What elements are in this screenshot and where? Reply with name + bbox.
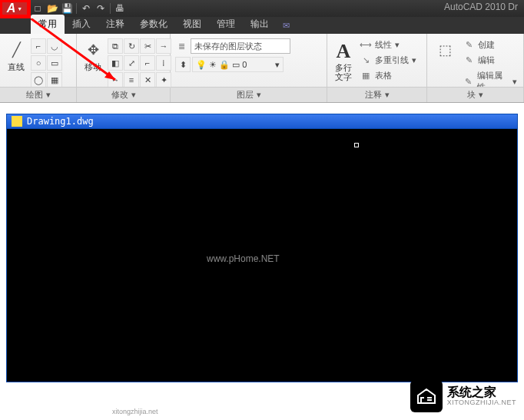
tab-home[interactable]: 常用 bbox=[31, 15, 65, 34]
line-icon: ╱ bbox=[6, 40, 26, 60]
drawing-window: Drawing1.dwg www.pHome.NET bbox=[6, 114, 518, 359]
attr-icon: ✎ bbox=[463, 76, 474, 87]
move-tool[interactable]: ✥ 移动 bbox=[81, 38, 104, 74]
text-icon: A bbox=[337, 40, 351, 63]
tab-insert[interactable]: 插入 bbox=[65, 15, 98, 34]
create-icon: ✎ bbox=[463, 40, 475, 51]
panel-block-title[interactable]: 块▾ bbox=[427, 87, 523, 102]
arc-tool[interactable]: ◡ bbox=[47, 38, 62, 54]
copy-tool[interactable]: ⧉ bbox=[108, 38, 123, 54]
drawing-titlebar[interactable]: Drawing1.dwg bbox=[6, 114, 518, 129]
panel-modify-title[interactable]: 修改▾ bbox=[77, 87, 170, 102]
watermark-center: www.pHome.NET bbox=[207, 253, 280, 264]
explode-tool[interactable]: ✦ bbox=[156, 72, 171, 88]
tab-annotate[interactable]: 注释 bbox=[98, 15, 132, 34]
block-icon: ⬚ bbox=[435, 40, 455, 60]
dropdown-arrow-icon: ▼ bbox=[17, 6, 22, 12]
autocad-logo: A bbox=[7, 2, 16, 15]
tab-extra-icon[interactable]: ✉ bbox=[277, 18, 296, 34]
rectangle-tool[interactable]: ▭ bbox=[47, 55, 62, 71]
ribbon-tabs: 常用 插入 注释 参数化 视图 管理 输出 ✉ bbox=[0, 17, 524, 34]
mtext-tool[interactable]: A 多行 文字 bbox=[332, 38, 355, 83]
panel-annotation: A 多行 文字 ⟷线性 ▾ ↘多重引线 ▾ ▦表格 注释▾ bbox=[327, 34, 427, 102]
layer-current-combo[interactable]: 💡 ☀ 🔒 ▭ 0 ▾ bbox=[192, 57, 284, 72]
block-edit-tool[interactable]: ✎编辑 bbox=[461, 54, 519, 67]
panel-layer: ≣ 未保存的图层状态 ⬍ 💡 ☀ 🔒 ▭ 0 ▾ 图层▾ bbox=[171, 34, 327, 102]
chevron-down-icon: ▾ bbox=[46, 90, 51, 100]
trim-tool[interactable]: ✂ bbox=[140, 38, 155, 54]
layer-props-icon[interactable]: ⬍ bbox=[175, 57, 191, 72]
dimension-icon: ⟷ bbox=[360, 40, 372, 51]
undo-icon[interactable]: ↶ bbox=[79, 2, 93, 15]
panel-draw-title[interactable]: 绘图▾ bbox=[0, 87, 76, 102]
crosshair-pickbox bbox=[354, 143, 359, 147]
site-name-en: XITONGZHIJIA.NET bbox=[447, 399, 516, 407]
panel-block: ⬚ ✎创建 ✎编辑 ✎编辑属性 ▾ 块▾ bbox=[427, 34, 524, 102]
layer-manager-icon[interactable]: ≣ bbox=[175, 41, 187, 51]
panel-layer-title[interactable]: 图层▾ bbox=[171, 87, 327, 102]
app-menu-button[interactable]: A ▼ bbox=[0, 0, 29, 17]
panel-annotation-title[interactable]: 注释▾ bbox=[327, 87, 426, 102]
chevron-down-icon: ▾ bbox=[131, 90, 136, 100]
save-file-icon[interactable]: 💾 bbox=[60, 2, 74, 15]
dimension-linear-tool[interactable]: ⟷线性 ▾ bbox=[358, 38, 418, 51]
table-tool[interactable]: ▦表格 bbox=[358, 69, 418, 82]
tab-view[interactable]: 视图 bbox=[175, 15, 209, 34]
site-logo: 系统之家 XITONGZHIJIA.NET bbox=[410, 380, 516, 412]
panel-draw: ╱ 直线 ⌐ ◡ ○ ▭ ◯ ▦ 绘图▾ bbox=[0, 34, 77, 102]
block-insert-tool[interactable]: ⬚ bbox=[432, 38, 458, 61]
stretch-tool[interactable]: ↔ bbox=[108, 72, 123, 88]
fillet-tool[interactable]: ⌐ bbox=[140, 55, 155, 71]
scale-tool[interactable]: ⤢ bbox=[124, 55, 139, 71]
chevron-down-icon: ▾ bbox=[385, 90, 390, 100]
block-create-tool[interactable]: ✎创建 bbox=[461, 38, 519, 51]
move-icon: ✥ bbox=[83, 40, 103, 60]
drawing-canvas[interactable]: www.pHome.NET bbox=[6, 129, 518, 382]
panel-modify: ✥ 移动 ⧉ ↻ ✂ → ◧ ⤢ ⌐ ⁞ ↔ ≡ bbox=[77, 34, 171, 102]
app-title: AutoCAD 2010 Dr bbox=[444, 2, 518, 12]
polyline-tool[interactable]: ⌐ bbox=[31, 38, 46, 54]
hatch-tool[interactable]: ▦ bbox=[47, 72, 62, 88]
dwg-file-icon bbox=[12, 116, 22, 127]
chevron-down-icon: ▾ bbox=[257, 90, 261, 100]
chevron-down-icon: ▾ bbox=[479, 90, 483, 100]
array-tool[interactable]: ⁞ bbox=[156, 55, 171, 71]
site-logo-icon bbox=[410, 380, 443, 412]
rotate-tool[interactable]: ↻ bbox=[124, 38, 139, 54]
print-icon[interactable]: 🖶 bbox=[113, 2, 127, 15]
new-file-icon[interactable]: □ bbox=[31, 2, 45, 15]
redo-icon[interactable]: ↷ bbox=[94, 2, 108, 15]
open-file-icon[interactable]: 📂 bbox=[45, 2, 59, 15]
site-name-cn: 系统之家 bbox=[447, 385, 516, 399]
erase-tool[interactable]: ✕ bbox=[140, 72, 155, 88]
tab-manage[interactable]: 管理 bbox=[209, 15, 243, 34]
mleader-tool[interactable]: ↘多重引线 ▾ bbox=[358, 54, 418, 67]
ellipse-tool[interactable]: ◯ bbox=[31, 72, 46, 88]
offset-tool[interactable]: ≡ bbox=[124, 72, 139, 88]
drawing-filename: Drawing1.dwg bbox=[27, 116, 94, 127]
extend-tool[interactable]: → bbox=[156, 38, 171, 54]
ribbon: ╱ 直线 ⌐ ◡ ○ ▭ ◯ ▦ 绘图▾ bbox=[0, 34, 524, 103]
edit-icon: ✎ bbox=[463, 55, 475, 66]
mirror-tool[interactable]: ◧ bbox=[108, 55, 123, 71]
watermark-corner: xitongzhijia.net bbox=[112, 408, 158, 415]
mleader-icon: ↘ bbox=[360, 55, 372, 66]
tab-parametric[interactable]: 参数化 bbox=[132, 15, 175, 34]
circle-tool[interactable]: ○ bbox=[31, 55, 46, 71]
tab-output[interactable]: 输出 bbox=[243, 15, 277, 34]
layer-state-combo[interactable]: 未保存的图层状态 bbox=[191, 38, 290, 54]
line-tool[interactable]: ╱ 直线 bbox=[5, 38, 28, 74]
table-icon: ▦ bbox=[360, 71, 372, 81]
